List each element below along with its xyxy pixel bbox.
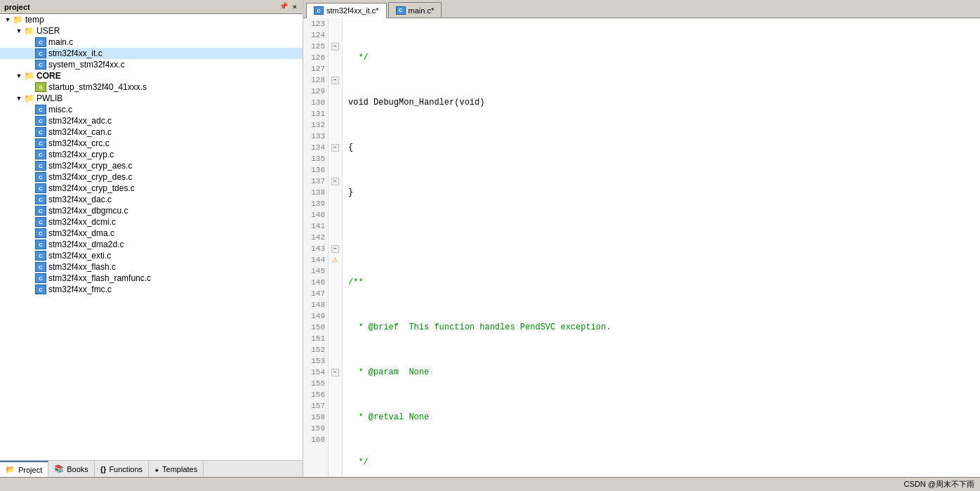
code-line-125: { [348,142,974,153]
tree-item-dac[interactable]: C stm32f4xx_dac.c [0,194,303,205]
c-file-icon: C [35,195,46,204]
tree-label: misc.c [48,105,72,114]
tab-project[interactable]: 📂 Project [0,461,48,477]
functions-tab-label: Functions [109,465,143,473]
panel-header: project 📌 ✕ [0,0,303,14]
tree-label: stm32f4xx_cryp_aes.c [48,161,132,171]
tree-item-cryp-aes[interactable]: C stm32f4xx_cryp_aes.c [0,160,303,171]
main-container: project 📌 ✕ ▼ 📁 temp ▼ 📁 USER [0,0,980,491]
editor-tab-main[interactable]: C main.c* [388,2,442,18]
tab-label-main: main.c* [409,6,435,15]
tree-label: stm32f4xx_flash_ramfunc.c [48,273,151,283]
tree-item-cryp[interactable]: C stm32f4xx_cryp.c [0,149,303,160]
tree-item-fmc[interactable]: C stm32f4xx_fmc.c [0,284,303,295]
fold-button-143[interactable]: − [331,245,339,253]
code-line-129: * @brief This function handles PendSVC e… [348,322,974,333]
c-file-icon: C [35,37,46,47]
tree-item-flash[interactable]: C stm32f4xx_flash.c [0,261,303,273]
c-file-icon: C [35,273,46,283]
c-file-icon: C [35,183,46,193]
bottom-tabs: 📂 Project 📚 Books {} Functions ⬥ Templat… [0,460,303,477]
panel-title: project [4,3,30,11]
folder-icon: 📁 [13,15,23,25]
watermark: CSDN @周末不下雨 [904,479,974,490]
line-numbers-gutter: 123 124 125 126 127 128 129 130 131 132 … [303,18,343,477]
code-line-127 [348,232,974,243]
tree-item-PWLIB[interactable]: ▼ 📁 PWLIB [0,93,303,104]
c-file-icon: C [35,228,46,238]
tree-item-flash-ramfunc[interactable]: C stm32f4xx_flash_ramfunc.c [0,273,303,284]
tree-label: temp [25,15,44,25]
code-editor[interactable]: 123 124 125 126 127 128 129 130 131 132 … [303,18,980,477]
tree-item-misc[interactable]: C misc.c [0,104,303,115]
tree-item-dma2d[interactable]: C stm32f4xx_dma2d.c [0,239,303,250]
code-line-123: */ [348,52,974,63]
tree-label: CORE [37,71,61,81]
tree-item-cryp-des[interactable]: C stm32f4xx_cryp_des.c [0,171,303,183]
tree-item-temp[interactable]: ▼ 📁 temp [0,14,303,25]
fold-button-137[interactable]: − [331,178,339,185]
tree-item-crc[interactable]: C stm32f4xx_crc.c [0,138,303,149]
fold-gutter: − − [329,18,343,477]
tab-templates[interactable]: ⬥ Templates [149,461,204,477]
editor-tab-bar: C stm32f4xx_it.c* C main.c* [303,0,980,18]
fold-button-154[interactable]: − [331,369,339,377]
tree-item-system[interactable]: C system_stm32f4xx.c [0,59,303,70]
panel-pin-icon[interactable]: 📌 [278,2,289,11]
tree-label: system_stm32f4xx.c [48,60,125,70]
tree-label: stm32f4xx_can.c [48,127,112,137]
expand-icon: ▼ [3,16,13,23]
code-line-130: * @param None [348,367,974,378]
tab-file-icon-main: C [396,6,406,15]
tree-item-CORE[interactable]: ▼ 📁 CORE [0,70,303,81]
fold-button-134[interactable]: − [331,144,339,152]
books-tab-label: Books [67,465,88,473]
tree-label: stm32f4xx_dbgmcu.c [48,206,128,216]
tree-label: PWLIB [37,93,62,103]
c-file-icon: C [35,138,46,148]
c-file-icon: C [35,127,46,137]
tree-item-dcmi[interactable]: C stm32f4xx_dcmi.c [0,216,303,228]
tree-label: stm32f4xx_dac.c [48,195,112,204]
tree-label: stm32f4xx_adc.c [48,116,112,126]
editor-tab-stm32-it[interactable]: C stm32f4xx_it.c* [306,3,387,18]
tab-file-icon: C [314,6,324,15]
templates-tab-label: Templates [162,465,197,473]
tree-item-stm32f4xx_it[interactable]: C stm32f4xx_it.c [0,48,303,59]
tree-item-cryp-tdes[interactable]: C stm32f4xx_cryp_tdes.c [0,183,303,194]
code-lines: */ void DebugMon_Handler(void) { } /** *… [343,18,980,477]
expand-icon: ▼ [14,95,24,102]
folder-icon: 📁 [24,93,34,103]
tree-item-adc[interactable]: C stm32f4xx_adc.c [0,115,303,126]
tab-functions[interactable]: {} Functions [95,461,149,477]
c-file-icon: C [35,105,46,114]
expand-icon: ▼ [14,27,24,34]
tab-books[interactable]: 📚 Books [48,461,95,477]
c-file-icon: C [35,217,46,227]
main-area: project 📌 ✕ ▼ 📁 temp ▼ 📁 USER [0,0,980,477]
functions-icon: {} [100,465,107,473]
panel-close-icon[interactable]: ✕ [291,2,298,11]
c-file-icon: C [35,262,46,272]
tree-item-startup[interactable]: S startup_stm32f40_41xxx.s [0,81,303,93]
tree-item-dbgmcu[interactable]: C stm32f4xx_dbgmcu.c [0,205,303,216]
folder-icon: 📁 [24,71,34,81]
tree-label: USER [37,26,60,36]
tree-item-USER[interactable]: ▼ 📁 USER [0,25,303,37]
fold-button-125[interactable]: − [331,43,339,51]
fold-button-128[interactable]: − [331,77,339,84]
tree-label: stm32f4xx_it.c [48,48,102,58]
tree-label: stm32f4xx_flash.c [48,262,116,272]
tree-item-main-c[interactable]: C main.c [0,37,303,48]
tree-item-dma[interactable]: C stm32f4xx_dma.c [0,228,303,239]
tree-item-can[interactable]: C stm32f4xx_can.c [0,126,303,138]
tree-label: stm32f4xx_crc.c [48,138,110,148]
folder-icon: 📁 [24,26,34,36]
c-file-icon: C [35,172,46,182]
project-tree: ▼ 📁 temp ▼ 📁 USER C main.c [0,14,303,460]
c-file-icon: C [35,240,46,249]
tree-label: stm32f4xx_dma2d.c [48,240,124,249]
tree-item-exti[interactable]: C stm32f4xx_exti.c [0,250,303,261]
code-line-132: */ [348,457,974,468]
tab-label-stm32-it: stm32f4xx_it.c* [326,6,379,15]
